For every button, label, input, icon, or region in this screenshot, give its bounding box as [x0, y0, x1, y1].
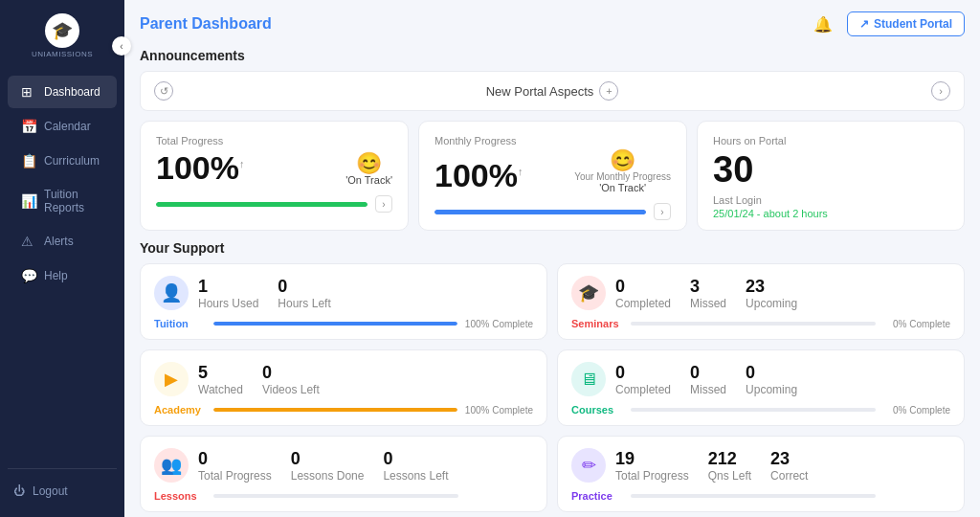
stat-seminars: 0 Completed — [615, 277, 671, 310]
tuition-label: Tuition Reports — [44, 188, 103, 214]
total-progress-badge-label: 'On Track' — [345, 174, 392, 186]
support-card-academy: ▶ 5 Watched 0 Videos Left Academy 100% C… — [140, 349, 547, 426]
logout-label: Logout — [33, 484, 68, 498]
support-bar-bg-tuition — [213, 322, 457, 326]
support-bar-row-courses: Courses 0% Complete — [571, 404, 950, 416]
stat-academy: 0 Videos Left — [262, 363, 320, 396]
student-portal-icon: ↗ — [859, 17, 869, 31]
sidebar-item-calendar[interactable]: 📅Calendar — [8, 110, 117, 143]
sidebar-item-alerts[interactable]: ⚠Alerts — [8, 225, 117, 258]
support-stats-practice: 19 Total Progress 212 Qns Left 23 Correc… — [615, 449, 950, 483]
support-bar-fill-tuition — [213, 322, 457, 326]
total-progress-card: Total Progress 100%↑ 😊 'On Track' › — [140, 121, 409, 231]
monthly-progress-bar-wrap: › — [434, 203, 671, 220]
progress-cards: Total Progress 100%↑ 😊 'On Track' › Mont… — [140, 121, 965, 231]
support-card-seminars: 🎓 0 Completed 3 Missed 23 Upcoming Semin… — [557, 263, 965, 340]
stat-courses: 0 Completed — [615, 363, 671, 396]
sidebar-item-tuition[interactable]: 📊Tuition Reports — [8, 179, 117, 223]
alerts-icon: ⚠ — [21, 234, 36, 249]
total-progress-bar-wrap: › — [156, 195, 392, 213]
monthly-progress-title: Monthly Progress — [434, 135, 671, 146]
stat-seminars: 3 Missed — [690, 277, 726, 310]
support-complete-label-courses: 0% Complete — [883, 405, 950, 416]
support-stats-tuition: 1 Hours Used 0 Hours Left — [198, 277, 533, 310]
sidebar-item-dashboard[interactable]: ⊞Dashboard — [8, 76, 117, 108]
stat-practice: 19 Total Progress — [615, 449, 689, 483]
support-card-header-courses: 🖥 0 Completed 0 Missed 0 Upcoming — [571, 362, 950, 396]
support-icon-lessons: 👥 — [154, 448, 189, 483]
support-icon-seminars: 🎓 — [571, 276, 606, 310]
total-progress-badge: 😊 'On Track' — [345, 153, 392, 186]
announcement-left: ↺ — [154, 81, 173, 101]
sidebar-item-curriculum[interactable]: 📋Curriculum — [8, 145, 117, 177]
support-icon-academy: ▶ — [154, 362, 189, 396]
total-progress-title: Total Progress — [156, 135, 392, 146]
sidebar-nav: ⊞Dashboard📅Calendar📋Curriculum📊Tuition R… — [0, 67, 124, 468]
support-bar-label-practice: Practice — [571, 490, 623, 502]
support-card-tuition: 👤 1 Hours Used 0 Hours Left Tuition 100%… — [140, 263, 547, 340]
monthly-progress-badge-label2: 'On Track' — [599, 182, 646, 193]
support-bar-bg-seminars — [631, 322, 876, 326]
support-title: Your Support — [140, 240, 965, 256]
support-stats-seminars: 0 Completed 3 Missed 23 Upcoming — [615, 277, 950, 310]
last-login-value: 25/01/24 - about 2 hours — [713, 208, 948, 219]
total-progress-bar-fill — [156, 202, 368, 207]
support-bar-row-academy: Academy 100% Complete — [154, 404, 533, 416]
announcements-section: Announcements ↺ New Portal Aspects + › — [140, 48, 965, 111]
stat-courses: 0 Upcoming — [746, 363, 797, 396]
calendar-label: Calendar — [44, 120, 91, 133]
notifications-bell-button[interactable]: 🔔 — [809, 10, 837, 38]
stat-seminars: 23 Upcoming — [746, 277, 797, 310]
stat-practice: 23 Correct — [770, 449, 808, 483]
announcement-refresh-icon: ↺ — [154, 81, 173, 101]
curriculum-icon: 📋 — [21, 153, 36, 169]
total-progress-emoji: 😊 — [356, 153, 382, 174]
student-portal-label: Student Portal — [874, 17, 952, 31]
support-complete-label-seminars: 0% Complete — [883, 319, 950, 329]
support-card-practice: ✏ 19 Total Progress 212 Qns Left 23 Corr… — [557, 436, 965, 512]
announcement-center: New Portal Aspects + — [486, 81, 619, 101]
logout-icon: ⏻ — [13, 484, 25, 498]
stat-tuition: 0 Hours Left — [278, 277, 330, 310]
monthly-progress-badge-label1: Your Monthly Progress — [574, 171, 671, 182]
support-icon-courses: 🖥 — [571, 362, 606, 396]
total-progress-arrow[interactable]: › — [375, 195, 392, 213]
monthly-progress-emoji: 😊 — [610, 150, 635, 171]
stat-lessons: 0 Lessons Done — [291, 449, 365, 483]
announcements-title: Announcements — [140, 48, 965, 63]
monthly-progress-badge: 😊 Your Monthly Progress 'On Track' — [574, 150, 671, 193]
support-complete-label-academy: 100% Complete — [465, 405, 533, 416]
student-portal-button[interactable]: ↗ Student Portal — [847, 11, 965, 36]
sidebar-logo: 🎓 UNIAMISSIONS — [33, 11, 91, 59]
support-bar-row-tuition: Tuition 100% Complete — [154, 318, 533, 329]
support-bar-label-courses: Courses — [571, 404, 623, 416]
logo-icon: 🎓 — [45, 13, 79, 48]
monthly-progress-bar-bg — [434, 210, 646, 214]
monthly-progress-card: Monthly Progress 100%↑ 😊 Your Monthly Pr… — [418, 121, 687, 231]
announcement-bar[interactable]: ↺ New Portal Aspects + › — [140, 71, 965, 111]
support-stats-courses: 0 Completed 0 Missed 0 Upcoming — [615, 363, 950, 396]
dashboard-label: Dashboard — [44, 85, 100, 99]
help-icon: 💬 — [21, 268, 36, 283]
stat-practice: 212 Qns Left — [708, 449, 751, 483]
support-bar-bg-courses — [631, 408, 876, 412]
support-card-header-tuition: 👤 1 Hours Used 0 Hours Left — [154, 276, 533, 310]
support-bar-label-academy: Academy — [154, 404, 206, 416]
announcement-text: New Portal Aspects — [486, 84, 594, 99]
support-card-header-seminars: 🎓 0 Completed 3 Missed 23 Upcoming — [571, 276, 950, 310]
support-bar-label-seminars: Seminars — [571, 318, 623, 329]
support-icon-practice: ✏ — [571, 448, 606, 483]
sidebar-item-help[interactable]: 💬Help — [8, 259, 117, 292]
total-progress-bar-bg — [156, 202, 368, 207]
support-bar-label-lessons: Lessons — [154, 490, 206, 502]
hours-portal-card: Hours on Portal 30 Last Login 25/01/24 -… — [697, 121, 965, 231]
support-bar-bg-academy — [213, 408, 457, 412]
logout-button[interactable]: ⏻ Logout — [8, 477, 117, 506]
monthly-progress-bar-fill — [434, 210, 646, 214]
stat-lessons: 0 Total Progress — [198, 449, 272, 483]
support-card-header-academy: ▶ 5 Watched 0 Videos Left — [154, 362, 533, 396]
support-complete-label-tuition: 100% Complete — [465, 319, 533, 329]
page-header: Parent Dashboard 🔔 ↗ Student Portal — [140, 10, 965, 38]
monthly-progress-arrow[interactable]: › — [654, 203, 671, 220]
stat-academy: 5 Watched — [198, 363, 243, 396]
